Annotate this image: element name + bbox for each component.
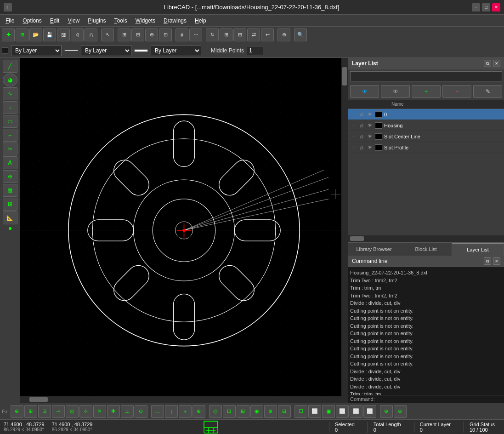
vertical-scrollbar[interactable] [341,58,348,396]
layer-row[interactable]: · 🖨 ✱ Slot Center Line [348,131,504,142]
hatch-button[interactable]: ▦ [3,184,17,197]
menu-widgets[interactable]: Widgets [132,17,159,25]
menu-edit[interactable]: Edit [46,17,63,25]
snap-tangent-button[interactable]: ⊙ [135,405,147,418]
restrict-none[interactable]: — [151,405,164,418]
zoom-layer-button[interactable]: ⊟ [233,29,246,41]
minimize-button[interactable]: − [472,3,480,11]
menu-help[interactable]: Help [191,17,210,25]
layer-color-swatch[interactable] [375,133,382,140]
snap-endpoint-button[interactable]: ⊡ [38,405,51,418]
layer-search-input[interactable] [350,71,502,81]
layer-print-icon[interactable]: 🖨 [358,122,365,129]
layer-lock-icon[interactable]: ✱ [367,111,373,118]
tab-block-list[interactable]: Block List [400,243,452,256]
menu-drawings[interactable]: Drawings [160,17,190,25]
snap-value-input[interactable] [247,46,263,55]
tab-layer-list[interactable]: Layer List [452,243,504,256]
layer-panel-restore[interactable]: ⧉ [484,60,491,67]
horizontal-scrollbar[interactable] [20,396,348,403]
grid-button[interactable]: # [176,29,188,41]
snap-options5[interactable]: ⊟ [278,405,291,418]
layer-panel-close[interactable]: ✕ [493,60,500,67]
measure-button[interactable]: 📐 [3,211,17,224]
save-button[interactable]: 💾 [43,29,56,41]
layer-color-swatch[interactable] [375,144,382,151]
layer-print-icon[interactable]: 🖨 [358,144,365,151]
text-button[interactable]: A [3,156,17,169]
select-button[interactable]: ↖ [101,29,114,41]
layer-lock-icon[interactable]: ✱ [367,133,373,140]
restrict-angle[interactable]: ⊕ [193,405,205,418]
menu-options[interactable]: Options [19,17,45,25]
rotate-button[interactable]: ↻ [206,29,219,41]
layer-hide-all-button[interactable]: 👁 [381,85,410,98]
monitor-btn2[interactable]: ⬜ [308,405,321,418]
layer-color-swatch[interactable] [375,122,382,129]
open-button[interactable]: 📂 [29,29,42,41]
zoom-window-button[interactable]: ⊡ [159,29,172,41]
cmd-restore[interactable]: ⧉ [484,257,491,265]
extra-btn2[interactable]: ⊕ [394,405,407,418]
zoom-auto-button[interactable]: ⊞ [220,29,232,41]
menu-plugins[interactable]: Plugins [84,17,109,25]
coord-button[interactable]: ⊕ [277,29,290,41]
modify-button[interactable]: ✂ [3,143,17,155]
mirror-button[interactable]: ⇄ [247,29,260,41]
menu-tools[interactable]: Tools [111,17,131,25]
snap-options3[interactable]: ◉ [250,405,263,418]
layer-horizontal-scroll[interactable] [348,235,504,242]
monitor-btn4[interactable]: ⬜ [336,405,349,418]
layer-color-swatch[interactable] [375,111,382,118]
draw-line-button[interactable]: ╱ [3,60,17,73]
layer-visible-icon[interactable]: · [350,144,357,151]
monitor-btn5[interactable]: ⬜ [350,405,362,418]
draw-ellipse-button[interactable]: ⬭ [3,115,17,128]
snap-options1[interactable]: ⊡ [223,405,236,418]
line-style-dropdown[interactable]: By Layer [81,45,131,56]
command-input[interactable] [377,396,502,402]
insert-button[interactable]: ⊞ [3,198,17,211]
monitor-btn3[interactable]: ▣ [322,405,335,418]
maximize-button[interactable]: □ [482,3,490,11]
zoom-out-button[interactable]: ⊟ [131,29,144,41]
extra-btn1[interactable]: ⊕ [380,405,393,418]
layer-lock-icon[interactable]: ✱ [367,144,373,151]
layer-visible-icon[interactable]: · [350,122,357,129]
new-button[interactable]: ✚ [2,29,15,41]
snap-middle-button[interactable]: ⊹ [79,405,92,418]
draw-circle-button[interactable]: ○ [3,101,17,114]
snap-onentity-button[interactable]: ⊸ [52,405,65,418]
save-as-button[interactable]: 🖫 [57,29,70,41]
layer-add-button[interactable]: + [412,85,441,98]
snap-options4[interactable]: ⊕ [264,405,277,418]
snap-free-button[interactable]: ⊕ [11,405,23,418]
undo-button[interactable]: ↩ [261,29,274,41]
dimension-button[interactable]: ⊕ [3,170,17,183]
h-scrollbar-thumb[interactable] [29,397,48,402]
restrict-vertical[interactable]: + [179,405,192,418]
menu-view[interactable]: View [64,17,83,25]
v-scrollbar-thumb[interactable] [342,67,347,86]
snap-grid-button[interactable]: ⊹ [189,29,202,41]
draw-spline-button[interactable]: ∿ [3,87,17,100]
relative-coord[interactable]: ◎ [209,405,222,418]
print-preview-button[interactable]: ⎙ [85,29,97,41]
new-template-button[interactable]: ⊞ [16,29,28,41]
close-button[interactable]: ✕ [492,3,500,11]
zoom-in-button[interactable]: ⊕ [145,29,158,41]
snap-perpendicular-button[interactable]: ⊥ [121,405,134,418]
layer-row[interactable]: · 🖨 ✱ Housing [348,120,504,131]
restrict-horizontal[interactable]: | [165,405,178,418]
layer-h-thumb[interactable] [350,236,364,241]
draw-polyline-button[interactable]: ⌐ [3,129,17,142]
layer-remove-button[interactable]: − [442,85,471,98]
layer-show-all-button[interactable]: 👁 [350,85,379,98]
monitor-btn6[interactable]: ⬜ [363,405,376,418]
canvas-area[interactable] [20,58,348,403]
layer-edit-button[interactable]: ✎ [473,85,502,98]
layer-print-icon[interactable]: 🖨 [358,133,365,140]
snap-intersect-button[interactable]: ✚ [107,405,120,418]
info-button[interactable]: 🔍 [294,29,307,41]
layer-visible-icon[interactable]: · [350,133,357,140]
